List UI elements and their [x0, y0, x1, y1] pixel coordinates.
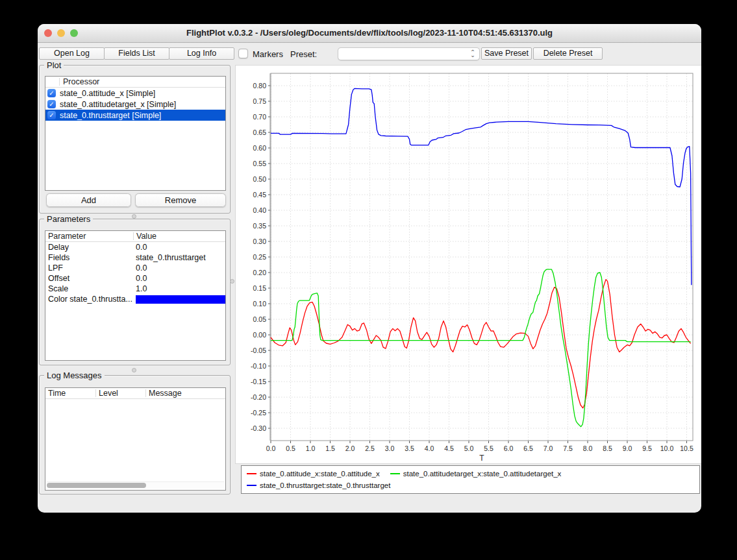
- parameter-value[interactable]: 0.0: [133, 273, 225, 284]
- list-item[interactable]: ✓state_0.attitudetarget_x [Simple]: [45, 99, 225, 110]
- svg-text:9.0: 9.0: [623, 444, 632, 452]
- table-row[interactable]: Fieldsstate_0.thrusttarget: [45, 252, 225, 263]
- preset-combobox[interactable]: ⌃⌄: [338, 47, 480, 60]
- processor-column-header[interactable]: Processor: [45, 77, 225, 88]
- minimize-button[interactable]: [57, 29, 65, 37]
- delete-preset-button[interactable]: Delete Preset: [533, 47, 603, 60]
- color-swatch[interactable]: [136, 295, 225, 304]
- log-info-button[interactable]: Log Info: [169, 47, 234, 60]
- svg-text:-0.20: -0.20: [251, 393, 266, 401]
- processor-list-body: ✓state_0.attitude_x [Simple]✓state_0.att…: [45, 88, 225, 121]
- log-col-time[interactable]: Time: [45, 389, 95, 397]
- log-col-message[interactable]: Message: [145, 389, 225, 397]
- processor-list[interactable]: Processor ✓state_0.attitude_x [Simple]✓s…: [45, 76, 226, 191]
- svg-text:0.80: 0.80: [253, 82, 267, 90]
- legend-label: state_0.attitudetarget_x:state_0.attitud…: [403, 470, 562, 478]
- preset-label: Preset:: [290, 49, 317, 59]
- open-log-button[interactable]: Open Log: [39, 47, 105, 60]
- list-item-label: state_0.attitudetarget_x [Simple]: [60, 100, 176, 109]
- svg-text:0.15: 0.15: [253, 284, 267, 292]
- svg-text:8.5: 8.5: [603, 444, 612, 452]
- legend-label: state_0.attitude_x:state_0.attitude_x: [260, 470, 380, 478]
- table-row[interactable]: Scale1.0: [45, 284, 225, 294]
- list-item[interactable]: ✓state_0.attitude_x [Simple]: [45, 88, 225, 99]
- svg-text:-0.25: -0.25: [251, 409, 266, 417]
- table-row[interactable]: Offset0.0: [45, 273, 225, 284]
- svg-text:3.0: 3.0: [385, 444, 395, 452]
- svg-text:0.10: 0.10: [253, 300, 267, 308]
- series-state_0.attitudetarget_x:state_0.attitudetarget_x: [271, 269, 691, 426]
- svg-text:-0.15: -0.15: [251, 378, 266, 385]
- svg-text:7.0: 7.0: [543, 444, 553, 452]
- log-messages-table[interactable]: Time Level Message: [45, 387, 226, 491]
- svg-text:0.20: 0.20: [253, 269, 267, 276]
- scrollbar-thumb[interactable]: [47, 483, 146, 488]
- svg-text:9.5: 9.5: [642, 444, 652, 452]
- legend-entry: state_0.thrusttarget:state_0.thrusttarge…: [247, 480, 390, 491]
- desktop: { "titlebar": { "title": "FlightPlot v.0…: [0, 0, 737, 560]
- chart-svg[interactable]: 0.00.51.01.52.02.53.03.54.04.55.05.56.06…: [235, 65, 701, 464]
- list-item[interactable]: ✓state_0.thrusttarget [Simple]: [45, 110, 225, 121]
- svg-text:1.5: 1.5: [325, 444, 335, 452]
- legend-label: state_0.thrusttarget:state_0.thrusttarge…: [260, 481, 390, 489]
- svg-text:0.30: 0.30: [253, 237, 267, 245]
- close-button[interactable]: [44, 29, 52, 37]
- svg-text:-0.05: -0.05: [251, 347, 266, 354]
- table-row-color[interactable]: Color state_0.thrustta...: [45, 294, 225, 304]
- horizontal-scrollbar[interactable]: [47, 481, 224, 489]
- add-button[interactable]: Add: [46, 193, 131, 207]
- log-messages-title: Log Messages: [44, 371, 105, 380]
- plot-panel: Plot Processor ✓state_0.attitude_x [Simp…: [39, 65, 231, 213]
- svg-text:3.5: 3.5: [405, 444, 414, 452]
- splitter-handle[interactable]: [132, 214, 136, 219]
- parameters-table[interactable]: Parameter Value Delay0.0Fieldsstate_0.th…: [45, 230, 226, 361]
- parameters-col-parameter[interactable]: Parameter: [45, 232, 133, 240]
- parameter-name: LPF: [45, 263, 133, 273]
- svg-text:0.60: 0.60: [253, 144, 267, 152]
- save-preset-button[interactable]: Save Preset: [481, 47, 532, 60]
- svg-text:0.50: 0.50: [253, 175, 267, 183]
- svg-text:5.5: 5.5: [484, 444, 493, 452]
- svg-text:0.0: 0.0: [266, 444, 276, 452]
- svg-text:4.0: 4.0: [425, 444, 434, 452]
- svg-text:6.0: 6.0: [504, 444, 514, 452]
- checkbox-icon[interactable]: ✓: [47, 89, 56, 97]
- zoom-button[interactable]: [70, 29, 78, 37]
- svg-text:0.75: 0.75: [253, 97, 267, 105]
- parameter-value[interactable]: state_0.thrusttarget: [133, 252, 225, 263]
- parameter-name: Fields: [45, 252, 133, 263]
- svg-text:5.0: 5.0: [464, 444, 474, 452]
- log-messages-panel: Log Messages Time Level Message: [39, 375, 231, 494]
- remove-button[interactable]: Remove: [135, 193, 226, 207]
- fields-list-button[interactable]: Fields List: [104, 47, 169, 60]
- checkbox-icon[interactable]: ✓: [47, 100, 56, 108]
- svg-text:6.5: 6.5: [523, 444, 533, 452]
- splitter-handle[interactable]: [132, 368, 136, 372]
- svg-text:0.55: 0.55: [253, 160, 267, 167]
- svg-text:10.5: 10.5: [680, 444, 693, 452]
- table-row[interactable]: LPF0.0: [45, 263, 225, 273]
- markers-checkbox[interactable]: [238, 49, 248, 58]
- parameters-panel-title: Parameters: [44, 214, 93, 224]
- svg-text:-0.30: -0.30: [251, 424, 266, 432]
- table-row[interactable]: Delay0.0: [45, 242, 225, 252]
- list-item-label: state_0.thrusttarget [Simple]: [60, 111, 161, 120]
- parameters-col-value[interactable]: Value: [133, 232, 225, 240]
- parameter-name: Delay: [45, 242, 133, 252]
- log-col-level[interactable]: Level: [95, 389, 145, 397]
- legend-line-swatch: [390, 473, 400, 474]
- svg-text:0.35: 0.35: [253, 222, 267, 230]
- series-state_0.thrusttarget:state_0.thrusttarget: [271, 88, 692, 285]
- title-bar[interactable]: FlightPlot v.0.3.2 - /Users/oleg/Documen…: [38, 24, 701, 43]
- window-title: FlightPlot v.0.3.2 - /Users/oleg/Documen…: [38, 24, 701, 42]
- checkbox-icon[interactable]: ✓: [47, 111, 56, 119]
- parameters-table-body: Delay0.0Fieldsstate_0.thrusttargetLPF0.0…: [45, 242, 225, 304]
- svg-text:0.25: 0.25: [253, 253, 267, 261]
- svg-text:7.5: 7.5: [563, 444, 573, 452]
- svg-text:0.65: 0.65: [253, 128, 267, 136]
- parameter-value[interactable]: 0.0: [133, 263, 225, 273]
- parameter-value[interactable]: 1.0: [133, 284, 225, 294]
- splitter-handle[interactable]: [230, 279, 234, 284]
- chevron-up-down-icon[interactable]: ⌃⌄: [468, 48, 477, 60]
- parameter-value[interactable]: 0.0: [133, 242, 225, 252]
